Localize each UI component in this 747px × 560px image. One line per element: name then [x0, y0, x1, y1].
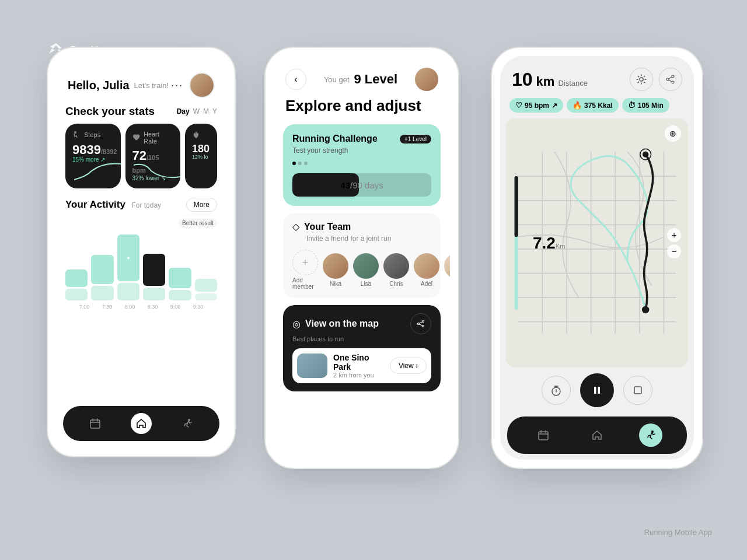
share-icon-2 [666, 75, 675, 84]
p2-challenge-badge: +1 Level [400, 135, 431, 144]
p1-period-y[interactable]: Y [212, 107, 217, 116]
p2-place-thumb [297, 354, 327, 378]
p1-period-day[interactable]: Day [177, 107, 190, 116]
p2-map-left: ◎ View on the map [292, 318, 379, 330]
p1-bar [91, 286, 113, 300]
p1-activity-section: Your Activity For today More Better resu… [56, 188, 226, 400]
phone-2: ‹ You get 9 Level Explore and adjust Run… [266, 48, 458, 468]
p1-stats-section: Check your stats Day W M Y Ste [56, 105, 226, 188]
p2-place-dist: 2 km from you [333, 372, 384, 379]
p1-bar-dark [143, 254, 165, 286]
svg-point-8 [672, 81, 674, 83]
p3-stop-btn[interactable] [623, 376, 652, 405]
p2-team-members: + Add member Nika Lisa Chris Adel [292, 250, 431, 290]
p1-more-btn[interactable]: More [186, 198, 217, 212]
svg-point-0 [74, 131, 76, 134]
runner-icon [181, 418, 193, 429]
p2-team-icon: ◇ [292, 221, 299, 232]
p2-avatar-chris [383, 253, 409, 279]
p2-member-nika[interactable]: Nika [323, 253, 348, 287]
p1-period-w[interactable]: W [193, 107, 200, 116]
p2-add-member[interactable]: + Add member [292, 250, 318, 290]
p2-avatar-nika [323, 253, 348, 279]
p2-place-row: One Sino Park 2 km from you View › [292, 348, 431, 383]
p1-chart-col-5 [169, 268, 191, 300]
p2-map-sub: Best places to run [292, 335, 431, 342]
pause-icon [591, 384, 603, 397]
p2-member-chris[interactable]: Chris [383, 253, 409, 287]
p2-avatar-lisa [353, 253, 379, 279]
p2-back-btn[interactable]: ‹ [285, 69, 306, 90]
p3-route-end [643, 151, 648, 157]
p1-header-right: ··· [171, 72, 215, 98]
p3-nav-home[interactable] [585, 424, 609, 447]
p1-nav [63, 406, 219, 441]
p3-nav-runner[interactable] [639, 424, 662, 447]
p1-bar [143, 288, 165, 300]
p1-nav-calendar[interactable] [85, 413, 106, 434]
p1-steps-label: Steps [84, 131, 100, 138]
p2-add-label: Add member [292, 277, 318, 290]
home-icon [135, 418, 147, 429]
p1-calories-card[interactable]: 180 12% lo [185, 124, 217, 188]
p3-nav [507, 416, 687, 454]
svg-rect-1 [90, 420, 100, 428]
p2-member-je[interactable]: Je... [444, 253, 450, 287]
p1-bar [91, 255, 113, 284]
p3-zoom-out[interactable]: − [667, 244, 681, 258]
p3-share-btn[interactable] [659, 68, 682, 91]
p1-chart-col-4 [143, 254, 165, 300]
phone-1: Hello, Julia Let's train! ··· Check your… [48, 48, 235, 456]
p2-view-btn[interactable]: View › [390, 358, 427, 374]
p1-better-label: Better result [179, 219, 217, 228]
p1-heart-curve [134, 159, 180, 183]
p2-member-adel[interactable]: Adel [414, 253, 439, 287]
p3-zoom-in[interactable]: + [667, 228, 681, 242]
svg-point-4 [423, 326, 424, 327]
p1-nav-runner[interactable] [177, 413, 198, 434]
p1-bar [195, 293, 217, 300]
p1-x-label-2: 7:30 [97, 304, 117, 310]
p2-team-sub: Invite a friend for a joint run [306, 235, 431, 243]
p1-bar [65, 270, 88, 287]
p2-member-lisa[interactable]: Lisa [353, 253, 379, 287]
p1-x-label-5: 9:00 [166, 304, 185, 310]
p3-stopwatch-btn[interactable] [542, 376, 571, 405]
p1-heart-label: Heart Rate [144, 131, 173, 145]
p1-steps-curve [74, 159, 121, 183]
svg-point-9 [666, 78, 669, 80]
p1-greeting: Hello, Julia [68, 79, 130, 92]
p3-fire-icon: 🔥 [573, 101, 582, 110]
p1-greeting-sub: Let's train! [134, 81, 169, 90]
p2-add-btn[interactable]: + [292, 250, 318, 275]
share-icon [417, 320, 425, 328]
p3-time-val: 105 Min [638, 102, 664, 110]
p1-steps-card[interactable]: Steps 9839/8392 15% more ↗ [65, 124, 121, 188]
p3-stats-row: ♡ 95 bpm ↗ 🔥 375 Kkal ⏱ 105 Min [500, 98, 694, 118]
p3-distance-unit: km [536, 74, 555, 89]
p1-activity-header: Your Activity For today More [65, 198, 217, 212]
p1-avatar[interactable] [189, 72, 215, 98]
p2-challenge-card[interactable]: Running Challenge +1 Level Test your str… [283, 124, 441, 206]
p3-nav-calendar[interactable] [532, 424, 555, 447]
p1-menu-dots[interactable]: ··· [171, 79, 183, 92]
p3-settings-btn[interactable] [630, 68, 653, 91]
p2-team-header: ◇ Your Team [292, 221, 431, 232]
p2-map-icon: ◎ [292, 318, 301, 330]
p1-heart-card[interactable]: Heart Rate 72/105 bpm 32% lower ↘ [125, 124, 181, 188]
p1-bar [169, 290, 191, 300]
p3-header-btns [630, 68, 682, 91]
p1-period-m[interactable]: M [203, 107, 209, 116]
watermark: Running Mobile App [644, 528, 712, 537]
runner-icon-3 [645, 429, 657, 441]
p1-x-label-3: 8:00 [120, 304, 139, 310]
p2-challenge-sub: Test your strength [292, 146, 431, 155]
p3-route-start [642, 306, 649, 313]
svg-rect-25 [594, 387, 596, 394]
p1-stat-cards: Steps 9839/8392 15% more ↗ Heart Rate [65, 124, 217, 188]
p2-share-btn[interactable] [410, 313, 431, 334]
p1-nav-home[interactable] [131, 413, 152, 434]
p2-name-lisa: Lisa [361, 281, 371, 287]
svg-rect-27 [634, 387, 641, 394]
p3-pause-btn[interactable] [580, 373, 614, 407]
